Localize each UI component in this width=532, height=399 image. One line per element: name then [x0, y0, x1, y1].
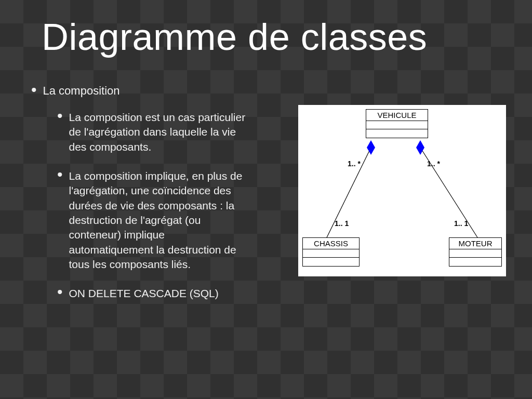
uml-attributes-compartment [303, 249, 359, 258]
bullet-l1-text: La composition [43, 84, 120, 98]
bullet-level2: • La composition implique, en plus de l'… [57, 169, 277, 272]
bullet-level2: • ON DELETE CASCADE (SQL) [57, 286, 277, 301]
uml-class-vehicule: VEHICULE [366, 109, 428, 138]
bullet-l2-text: ON DELETE CASCADE (SQL) [69, 286, 219, 301]
uml-attributes-compartment [366, 121, 428, 129]
bullet-dot-icon: • [57, 286, 63, 301]
uml-class-name: VEHICULE [366, 110, 428, 121]
uml-class-name: CHASSIS [303, 238, 359, 249]
text-column: • La composition • La composition est un… [31, 84, 277, 316]
uml-operations-compartment [449, 258, 501, 266]
uml-class-moteur: MOTEUR [449, 237, 502, 267]
uml-operations-compartment [303, 258, 359, 266]
slide-title: Diagramme de classes [42, 16, 506, 58]
uml-operations-compartment [366, 129, 428, 138]
uml-class-chassis: CHASSIS [302, 237, 360, 267]
uml-attributes-compartment [449, 249, 501, 258]
bullet-dot-icon: • [57, 110, 63, 154]
uml-composition-diagram: VEHICULE CHASSIS MOTEUR 1.. * 1.. * 1.. … [298, 105, 506, 276]
svg-marker-2 [367, 140, 375, 155]
content-row: • La composition • La composition est un… [31, 84, 506, 316]
sub-bullets: • La composition est un cas particulier … [57, 110, 277, 301]
bullet-l2-text: La composition est un cas particulier de… [69, 110, 246, 154]
bullet-l2-text: La composition implique, en plus de l'ag… [69, 169, 246, 272]
multiplicity-vehicule-moteur: 1.. * [427, 159, 440, 168]
bullet-dot-icon: • [31, 84, 37, 98]
multiplicity-vehicule-chassis: 1.. * [348, 159, 361, 168]
slide: Diagramme de classes • La composition • … [0, 0, 532, 399]
bullet-dot-icon: • [57, 169, 63, 272]
multiplicity-moteur: 1.. 1 [454, 219, 468, 228]
bullet-level1: • La composition [31, 84, 277, 98]
uml-class-name: MOTEUR [449, 238, 501, 249]
multiplicity-chassis: 1.. 1 [335, 219, 349, 228]
bullet-level2: • La composition est un cas particulier … [57, 110, 277, 154]
